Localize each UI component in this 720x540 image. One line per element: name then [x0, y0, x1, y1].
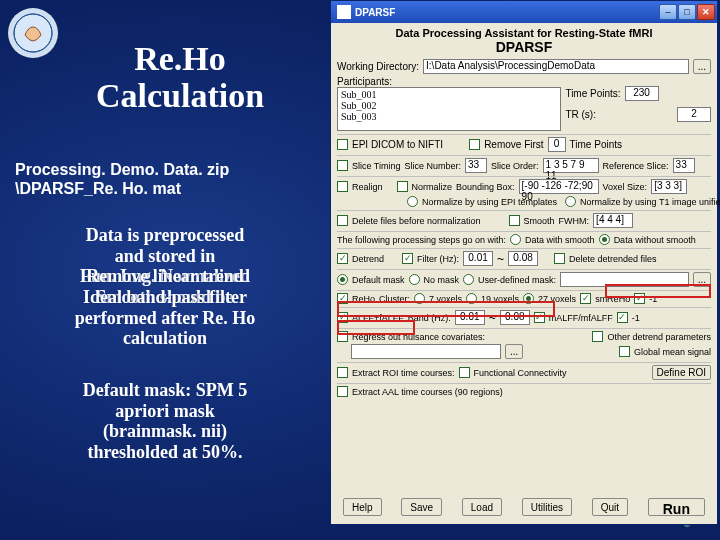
remove-first-label: Remove First — [484, 139, 543, 150]
file-path-2: \DPARSF_Re. Ho. mat — [15, 179, 229, 198]
desc-line: Data is preprocessed — [15, 225, 315, 246]
extract-aal-checkbox[interactable] — [337, 386, 348, 397]
time-points-input[interactable]: 230 — [625, 86, 659, 101]
description-paragraph: Data is preprocessed and stored in Fun. … — [15, 225, 315, 349]
title-line-2: Calculation — [40, 77, 320, 114]
realign-checkbox[interactable] — [337, 181, 348, 192]
nuisance-browse-button[interactable]: ... — [505, 344, 523, 359]
global-mean-checkbox[interactable] — [619, 346, 630, 357]
slice-order-label: Slice Order: — [491, 161, 539, 171]
header-subtitle: Data Processing Assistant for Resting-St… — [337, 27, 711, 39]
fwhm-label: FWHM: — [559, 216, 590, 226]
other-detrend-label: Other detrend parameters — [607, 332, 711, 342]
desc-line: and stored in — [15, 246, 315, 267]
participants-list-items: Sub_001 Sub_002 Sub_003 — [341, 89, 557, 122]
other-detrend-checkbox[interactable] — [592, 331, 603, 342]
default-mask-radio[interactable] — [337, 274, 348, 285]
mask-line: apriori mask — [15, 401, 315, 422]
mask-line: (brainmask. nii) — [15, 421, 315, 442]
slice-timing-label: Slice Timing — [352, 161, 401, 171]
highlight-data-without-smooth — [605, 284, 711, 298]
desc-overlap: Ideal band-pass filter — [15, 287, 315, 308]
user-mask-radio[interactable] — [463, 274, 474, 285]
fwhm-input[interactable]: [4 4 4] — [593, 213, 633, 228]
window-title: DPARSF — [355, 7, 659, 18]
realign-label: Realign — [352, 182, 383, 192]
minimize-button[interactable]: – — [659, 4, 677, 20]
quit-button[interactable]: Quit — [592, 498, 628, 516]
voxel-size-label: Voxel Size: — [603, 182, 648, 192]
voxel-size-input[interactable]: [3 3 3] — [651, 179, 687, 194]
highlight-detrend-filter — [337, 301, 555, 317]
dparsf-window: DPARSF – □ ✕ Data Processing Assistant f… — [330, 0, 718, 525]
slice-number-input[interactable]: 33 — [465, 158, 487, 173]
smreho-checkbox[interactable] — [580, 293, 591, 304]
close-button[interactable]: ✕ — [697, 4, 715, 20]
epi-dicom-checkbox[interactable] — [337, 139, 348, 150]
data-with-smooth-radio[interactable] — [510, 234, 521, 245]
header: Data Processing Assistant for Resting-St… — [331, 23, 717, 57]
data-without-smooth-label: Data without smooth — [614, 235, 696, 245]
delete-before-norm-checkbox[interactable] — [337, 215, 348, 226]
smooth-checkbox[interactable] — [509, 215, 520, 226]
no-mask-radio[interactable] — [409, 274, 420, 285]
bounding-box-input[interactable]: [-90 -126 -72;90 90 — [519, 179, 599, 194]
normalize-t1-label: Normalize by using T1 image unified segm… — [580, 197, 720, 207]
filter-low-input[interactable]: 0.01 — [463, 251, 493, 266]
working-dir-browse-button[interactable]: ... — [693, 59, 711, 74]
extract-roi-checkbox[interactable] — [337, 367, 348, 378]
filter-label: Filter (Hz): — [417, 254, 459, 264]
utilities-button[interactable]: Utilities — [522, 498, 572, 516]
global-mean-label: Global mean signal — [634, 347, 711, 357]
alff-m1-checkbox[interactable] — [617, 312, 628, 323]
run-button[interactable]: Run — [648, 498, 705, 516]
functional-connectivity-checkbox[interactable] — [459, 367, 470, 378]
titlebar[interactable]: DPARSF – □ ✕ — [331, 1, 717, 23]
slice-order-input[interactable]: 1 3 5 7 9 11 — [543, 158, 599, 173]
save-button[interactable]: Save — [401, 498, 442, 516]
filter-high-input[interactable]: 0.08 — [508, 251, 538, 266]
maximize-button[interactable]: □ — [678, 4, 696, 20]
normalize-epi-label: Normalize by using EPI templates — [422, 197, 557, 207]
filter-checkbox[interactable] — [402, 253, 413, 264]
nuisance-input[interactable] — [351, 344, 501, 359]
app-icon — [337, 5, 351, 19]
define-roi-button[interactable]: Define ROI — [652, 365, 711, 380]
help-button[interactable]: Help — [343, 498, 382, 516]
load-button[interactable]: Load — [462, 498, 502, 516]
user-mask-label: User-defined mask: — [478, 275, 556, 285]
working-dir-label: Working Directory: — [337, 61, 419, 72]
slice-timing-checkbox[interactable] — [337, 160, 348, 171]
detrend-checkbox[interactable] — [337, 253, 348, 264]
delete-detrended-checkbox[interactable] — [554, 253, 565, 264]
working-dir-input[interactable]: I:\Data Analysis\ProcessingDemoData — [423, 59, 689, 74]
normalize-checkbox[interactable] — [397, 181, 408, 192]
tr-label: TR (s): — [565, 109, 596, 120]
remove-first-checkbox[interactable] — [469, 139, 480, 150]
file-path-1: Processing. Demo. Data. zip — [15, 160, 229, 179]
title-line-1: Re.Ho — [40, 40, 320, 77]
delete-before-norm-label: Delete files before normalization — [352, 216, 481, 226]
header-title: DPARSF — [337, 39, 711, 55]
data-with-smooth-label: Data with smooth — [525, 235, 595, 245]
mask-line: Default mask: SPM 5 — [15, 380, 315, 401]
slice-number-label: Slice Number: — [405, 161, 462, 171]
data-without-smooth-radio[interactable] — [599, 234, 610, 245]
desc-line: calculation — [15, 328, 315, 349]
normalize-epi-radio[interactable] — [407, 196, 418, 207]
normalize-t1-radio[interactable] — [565, 196, 576, 207]
malff-label: mALFF/mfALFF — [549, 313, 613, 323]
slide-title: Re.Ho Calculation — [40, 40, 320, 115]
extract-roi-label: Extract ROI time courses: — [352, 368, 455, 378]
functional-connectivity-label: Functional Connectivity — [474, 368, 567, 378]
tr-input[interactable]: 2 — [677, 107, 711, 122]
remove-first-suffix: Time Points — [570, 139, 622, 150]
normalize-label: Normalize — [412, 182, 453, 192]
time-points-label: Time Points: — [565, 88, 620, 99]
participants-list[interactable]: Sub_001 Sub_002 Sub_003 — [337, 87, 561, 131]
ref-slice-input[interactable]: 33 — [673, 158, 695, 173]
delete-detrended-label: Delete detrended files — [569, 254, 657, 264]
file-path-block: Processing. Demo. Data. zip \DPARSF_Re. … — [15, 160, 229, 198]
bounding-box-label: Bounding Box: — [456, 182, 515, 192]
remove-first-input[interactable]: 0 — [548, 137, 566, 152]
